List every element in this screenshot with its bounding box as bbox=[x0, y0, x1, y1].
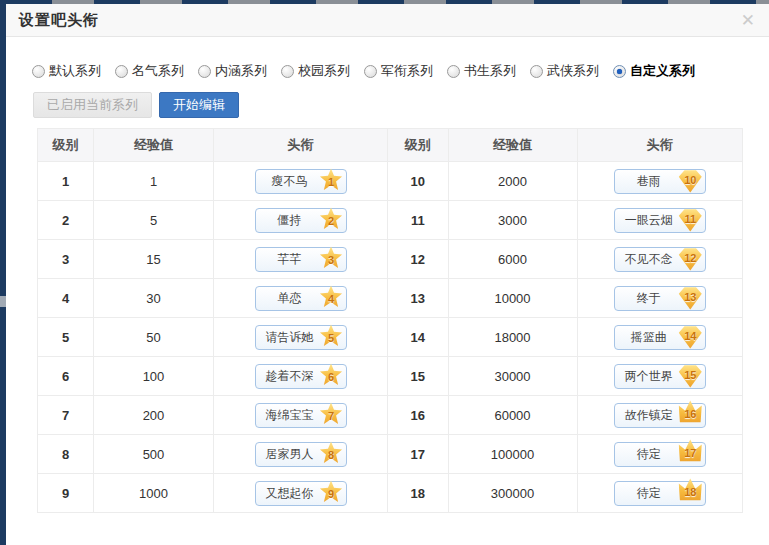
badge-number: 13 bbox=[684, 291, 696, 303]
title-chip[interactable]: 一眼云烟 11 bbox=[614, 208, 706, 233]
title-chip[interactable]: 请告诉她 5 bbox=[255, 325, 347, 350]
title-chip[interactable]: 海绵宝宝 7 bbox=[255, 403, 347, 428]
radio-icon[interactable] bbox=[281, 65, 294, 78]
radio-icon[interactable] bbox=[32, 65, 45, 78]
badge-number: 15 bbox=[684, 369, 696, 381]
table-row: 11 3000 一眼云烟 11 bbox=[388, 201, 743, 240]
table-row: 18 300000 待定 18 bbox=[388, 474, 743, 513]
badge-number: 10 bbox=[684, 174, 696, 186]
enabled-series-button[interactable]: 已启用当前系列 bbox=[33, 92, 152, 118]
radio-icon[interactable] bbox=[198, 65, 211, 78]
series-radio-label: 军衔系列 bbox=[381, 62, 433, 80]
table-row: 6 100 趁着不深 6 bbox=[38, 357, 388, 396]
level-badge-icon: 2 bbox=[320, 208, 343, 231]
exp-cell: 60000 bbox=[448, 396, 577, 435]
badge-number: 3 bbox=[328, 254, 334, 266]
series-radio-option[interactable]: 名气系列 bbox=[115, 62, 198, 80]
table-row: 14 18000 摇篮曲 14 bbox=[388, 318, 743, 357]
level-badge-icon: 16 bbox=[679, 400, 702, 423]
title-chip[interactable]: 瘦不鸟 1 bbox=[255, 169, 347, 194]
title-chip[interactable]: 不见不念 12 bbox=[614, 247, 706, 272]
title-chip[interactable]: 摇篮曲 14 bbox=[614, 325, 706, 350]
title-text: 芊芊 bbox=[264, 251, 320, 268]
start-edit-button[interactable]: 开始编辑 bbox=[159, 92, 239, 118]
dialog-header: 设置吧头衔 ✕ bbox=[6, 4, 769, 37]
level-cell: 15 bbox=[388, 357, 448, 396]
badge-number: 14 bbox=[684, 330, 696, 342]
exp-cell: 100000 bbox=[448, 435, 577, 474]
title-chip[interactable]: 又想起你 9 bbox=[255, 481, 347, 506]
title-chip[interactable]: 终于 13 bbox=[614, 286, 706, 311]
series-radio-option[interactable]: 内涵系列 bbox=[198, 62, 281, 80]
title-chip[interactable]: 趁着不深 6 bbox=[255, 364, 347, 389]
radio-icon[interactable] bbox=[530, 65, 543, 78]
table-row: 15 30000 两个世界 15 bbox=[388, 357, 743, 396]
col-header-title: 头衔 bbox=[577, 129, 743, 162]
level-cell: 11 bbox=[388, 201, 448, 240]
series-radio-option[interactable]: 默认系列 bbox=[32, 62, 115, 80]
set-bar-title-dialog: 设置吧头衔 ✕ 默认系列 名气系列 内涵系列 校园系列 bbox=[6, 4, 769, 545]
table-row: 16 60000 故作镇定 16 bbox=[388, 396, 743, 435]
level-cell: 10 bbox=[388, 162, 448, 201]
radio-icon[interactable] bbox=[115, 65, 128, 78]
title-cell: 瘦不鸟 1 bbox=[214, 162, 388, 201]
radio-icon[interactable] bbox=[613, 65, 626, 78]
title-chip[interactable]: 居家男人 8 bbox=[255, 442, 347, 467]
badge-number: 5 bbox=[328, 332, 334, 344]
level-badge-icon: 15 bbox=[679, 365, 702, 388]
title-chip[interactable]: 芊芊 3 bbox=[255, 247, 347, 272]
exp-cell: 200 bbox=[94, 396, 214, 435]
level-badge-icon: 12 bbox=[679, 248, 702, 271]
level-cell: 1 bbox=[38, 162, 94, 201]
table-row: 8 500 居家男人 8 bbox=[38, 435, 388, 474]
level-cell: 12 bbox=[388, 240, 448, 279]
exp-cell: 1000 bbox=[94, 474, 214, 513]
title-chip[interactable]: 僵持 2 bbox=[255, 208, 347, 233]
level-badge-icon: 13 bbox=[679, 287, 702, 310]
level-badge-icon: 10 bbox=[679, 170, 702, 193]
title-chip[interactable]: 单恋 4 bbox=[255, 286, 347, 311]
exp-cell: 300000 bbox=[448, 474, 577, 513]
title-cell: 两个世界 15 bbox=[577, 357, 743, 396]
badge-number: 12 bbox=[684, 252, 696, 264]
title-text: 待定 bbox=[623, 446, 679, 463]
level-cell: 3 bbox=[38, 240, 94, 279]
series-radio-option[interactable]: 校园系列 bbox=[281, 62, 364, 80]
series-radio-option[interactable]: 书生系列 bbox=[447, 62, 530, 80]
title-cell: 芊芊 3 bbox=[214, 240, 388, 279]
series-radio-option[interactable]: 自定义系列 bbox=[613, 62, 696, 80]
title-cell: 待定 17 bbox=[577, 435, 743, 474]
series-radio-option[interactable]: 武侠系列 bbox=[530, 62, 613, 80]
close-icon[interactable]: ✕ bbox=[741, 12, 755, 29]
table-row: 7 200 海绵宝宝 7 bbox=[38, 396, 388, 435]
series-radio-label: 内涵系列 bbox=[215, 62, 267, 80]
badge-number: 6 bbox=[328, 371, 334, 383]
level-badge-icon: 4 bbox=[320, 286, 343, 309]
table-row: 2 5 僵持 2 bbox=[38, 201, 388, 240]
level-cell: 14 bbox=[388, 318, 448, 357]
badge-number: 11 bbox=[684, 213, 696, 225]
radio-icon[interactable] bbox=[364, 65, 377, 78]
title-chip[interactable]: 待定 17 bbox=[614, 442, 706, 467]
title-chip[interactable]: 待定 18 bbox=[614, 481, 706, 506]
title-table-left: 级别 经验值 头衔 1 1 瘦不鸟 1 bbox=[37, 128, 388, 513]
title-text: 海绵宝宝 bbox=[264, 407, 320, 424]
col-header-title: 头衔 bbox=[214, 129, 388, 162]
col-header-level: 级别 bbox=[38, 129, 94, 162]
title-chip[interactable]: 故作镇定 16 bbox=[614, 403, 706, 428]
series-radio-option[interactable]: 军衔系列 bbox=[364, 62, 447, 80]
level-cell: 17 bbox=[388, 435, 448, 474]
radio-icon[interactable] bbox=[447, 65, 460, 78]
badge-number: 8 bbox=[328, 449, 334, 461]
level-cell: 2 bbox=[38, 201, 94, 240]
title-chip[interactable]: 巷雨 10 bbox=[614, 169, 706, 194]
title-text: 又想起你 bbox=[264, 485, 320, 502]
series-radio-label: 书生系列 bbox=[464, 62, 516, 80]
title-cell: 又想起你 9 bbox=[214, 474, 388, 513]
table-row: 5 50 请告诉她 5 bbox=[38, 318, 388, 357]
table-row: 1 1 瘦不鸟 1 bbox=[38, 162, 388, 201]
badge-number: 7 bbox=[328, 410, 334, 422]
title-chip[interactable]: 两个世界 15 bbox=[614, 364, 706, 389]
title-cell: 趁着不深 6 bbox=[214, 357, 388, 396]
title-text: 僵持 bbox=[264, 212, 320, 229]
